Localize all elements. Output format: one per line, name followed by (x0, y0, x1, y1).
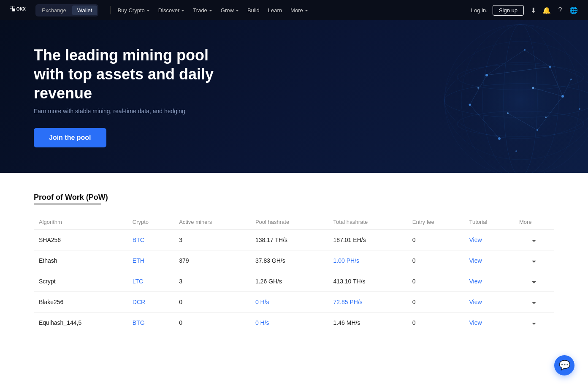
login-link[interactable]: Log in. (471, 7, 488, 14)
globe-icon[interactable]: 🌐 (569, 6, 578, 14)
cell-total-hashrate: 1.46 MH/s (328, 313, 407, 333)
cell-tutorial[interactable]: View (464, 250, 514, 271)
chevron-down-icon (146, 10, 150, 11)
col-pool-hashrate: Pool hashrate (250, 215, 328, 230)
table-row: Blake256 DCR 0 0 H/s 72.85 PH/s 0 View (34, 292, 554, 313)
cell-crypto: DCR (127, 292, 174, 313)
cell-pool-hashrate: 1.26 GH/s (250, 271, 328, 292)
nav-buy-crypto[interactable]: Buy Crypto (114, 5, 153, 15)
cell-total-hashrate: 413.10 TH/s (328, 271, 407, 292)
nav-trade[interactable]: Trade (190, 5, 215, 15)
table-row: Equihash_144,5 BTG 0 0 H/s 1.46 MH/s 0 V… (34, 313, 554, 333)
nav-grow[interactable]: Grow (217, 5, 242, 15)
svg-rect-1 (10, 6, 12, 8)
nav-build[interactable]: Build (244, 5, 263, 15)
nav-discover[interactable]: Discover (155, 5, 188, 15)
cell-active-miners: 0 (174, 292, 250, 313)
cell-pool-hashrate: 37.83 GH/s (250, 250, 328, 271)
cell-active-miners: 3 (174, 271, 250, 292)
help-icon[interactable]: ? (556, 6, 564, 14)
globe-decoration (402, 20, 588, 173)
svg-point-28 (515, 150, 517, 152)
svg-rect-2 (13, 6, 15, 8)
col-algorithm: Algorithm (34, 215, 127, 230)
cell-tutorial[interactable]: View (464, 230, 514, 250)
nav-more[interactable]: More (287, 5, 312, 15)
cell-active-miners: 0 (174, 313, 250, 333)
cell-active-miners: 379 (174, 250, 250, 271)
col-more: More (514, 215, 554, 230)
col-crypto: Crypto (127, 215, 174, 230)
nav-right: Log in. Sign up ⬇ 🔔 ? 🌐 (471, 5, 578, 16)
chevron-down-icon (305, 10, 308, 11)
expand-icon (532, 261, 536, 263)
expand-icon (532, 281, 536, 283)
navbar: OKX Exchange Wallet Buy Crypto Discover … (0, 0, 588, 20)
col-entry-fee: Entry fee (407, 215, 464, 230)
cell-total-hashrate: 187.01 EH/s (328, 230, 407, 250)
col-tutorial: Tutorial (464, 215, 514, 230)
cell-total-hashrate: 1.00 PH/s (328, 250, 407, 271)
col-active-miners: Active miners (174, 215, 250, 230)
cell-more[interactable] (514, 230, 554, 250)
cell-crypto: LTC (127, 271, 174, 292)
expand-icon (532, 323, 536, 325)
hero-subtitle: Earn more with stable mining, real-time … (34, 108, 253, 114)
cell-algorithm: SHA256 (34, 230, 127, 250)
col-total-hashrate: Total hashrate (328, 215, 407, 230)
chevron-down-icon (236, 10, 239, 11)
wallet-tab[interactable]: Wallet (72, 5, 98, 15)
nav-toggle-group: Exchange Wallet (35, 4, 98, 16)
table-row: SHA256 BTC 3 138.17 TH/s 187.01 EH/s 0 V… (34, 230, 554, 250)
cell-entry-fee: 0 (407, 292, 464, 313)
hero-section: The leading mining pool with top assets … (0, 20, 588, 173)
cell-crypto: BTG (127, 313, 174, 333)
bell-icon[interactable]: 🔔 (542, 6, 551, 14)
nav-learn[interactable]: Learn (265, 5, 285, 15)
cell-total-hashrate: 72.85 PH/s (328, 292, 407, 313)
signup-button[interactable]: Sign up (493, 5, 524, 16)
cell-pool-hashrate: 138.17 TH/s (250, 230, 328, 250)
cell-entry-fee: 0 (407, 313, 464, 333)
table-body: SHA256 BTC 3 138.17 TH/s 187.01 EH/s 0 V… (34, 230, 554, 333)
cell-algorithm: Blake256 (34, 292, 127, 313)
table-row: Ethash ETH 379 37.83 GH/s 1.00 PH/s 0 Vi… (34, 250, 554, 271)
svg-point-25 (477, 87, 479, 89)
chevron-down-icon (209, 10, 212, 11)
cell-algorithm: Ethash (34, 250, 127, 271)
cell-crypto: BTC (127, 230, 174, 250)
cell-entry-fee: 0 (407, 271, 464, 292)
svg-rect-3 (10, 9, 12, 11)
svg-text:OKX: OKX (16, 7, 26, 11)
cell-more[interactable] (514, 313, 554, 333)
cell-active-miners: 3 (174, 230, 250, 250)
section-underline (34, 204, 101, 204)
cell-crypto: ETH (127, 250, 174, 271)
cell-algorithm: Scrypt (34, 271, 127, 292)
exchange-tab[interactable]: Exchange (37, 5, 71, 15)
cell-pool-hashrate: 0 H/s (250, 313, 328, 333)
cell-tutorial[interactable]: View (464, 313, 514, 333)
download-icon[interactable]: ⬇ (529, 6, 537, 14)
chevron-down-icon (181, 10, 184, 11)
cell-more[interactable] (514, 292, 554, 313)
logo[interactable]: OKX (10, 4, 29, 16)
section-title: Proof of Work (PoW) (34, 193, 554, 202)
cell-pool-hashrate: 0 H/s (250, 292, 328, 313)
cell-entry-fee: 0 (407, 250, 464, 271)
cell-algorithm: Equihash_144,5 (34, 313, 127, 333)
cell-tutorial[interactable]: View (464, 271, 514, 292)
nav-links: Buy Crypto Discover Trade Grow Build Lea… (114, 5, 471, 15)
cell-entry-fee: 0 (407, 230, 464, 250)
pow-section: Proof of Work (PoW) Algorithm Crypto Act… (0, 173, 588, 359)
hero-title: The leading mining pool with top assets … (34, 46, 253, 103)
svg-point-27 (579, 108, 580, 110)
pow-table: Algorithm Crypto Active miners Pool hash… (34, 215, 554, 333)
expand-icon (532, 302, 536, 304)
table-row: Scrypt LTC 3 1.26 GH/s 413.10 TH/s 0 Vie… (34, 271, 554, 292)
cell-more[interactable] (514, 250, 554, 271)
cell-tutorial[interactable]: View (464, 292, 514, 313)
join-pool-button[interactable]: Join the pool (34, 128, 106, 147)
cell-more[interactable] (514, 271, 554, 292)
nav-divider (110, 6, 111, 14)
